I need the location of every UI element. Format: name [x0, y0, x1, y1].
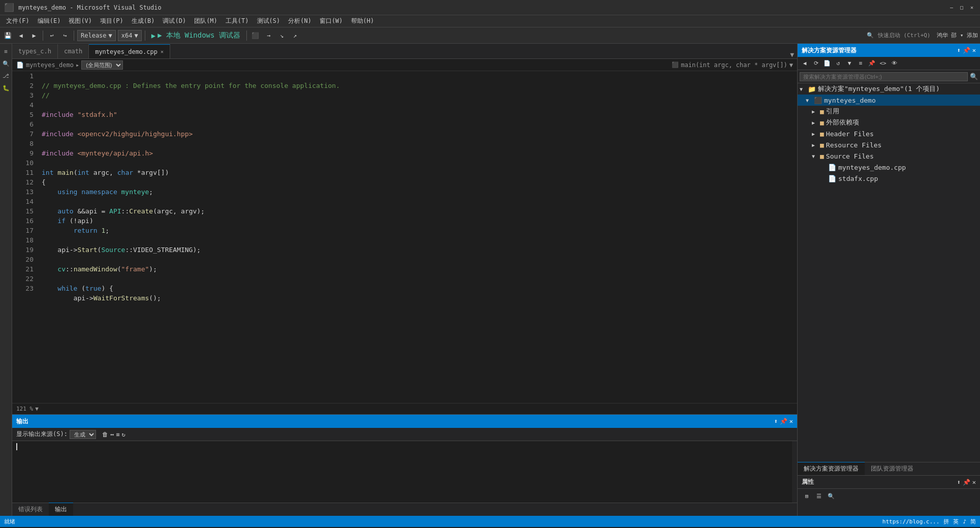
quick-launch-label[interactable]: 快速启动 (Ctrl+Q) [878, 32, 931, 39]
toolbar-forward[interactable]: ▶ [28, 30, 40, 41]
sidebar-tab-solution-explorer[interactable]: 解决方案资源管理器 [798, 462, 865, 475]
code-editor[interactable]: 1 2 3 4 5 6 7 8 9 10 11 12 13 14 15 16 1 [12, 71, 797, 403]
zoom-dropdown-icon[interactable]: ▼ [35, 406, 39, 412]
menu-view[interactable]: 视图(V) [65, 16, 96, 26]
menu-help[interactable]: 帮助(H) [347, 16, 378, 26]
menu-analyze[interactable]: 分析(N) [284, 16, 315, 26]
prop-grid-icon[interactable]: ⊞ [802, 491, 812, 501]
prop-list-icon[interactable]: ☰ [814, 491, 824, 501]
tab-cmath[interactable]: cmath [58, 44, 89, 58]
toolbar-undo[interactable]: ↩ [46, 30, 57, 41]
config-dropdown[interactable]: Release ▼ [77, 30, 116, 41]
activity-debug-icon[interactable]: 🐛 [1, 82, 12, 94]
output-wrap-icon[interactable]: ↔ [110, 431, 114, 438]
menu-window[interactable]: 窗口(W) [315, 16, 347, 26]
menu-debug[interactable]: 调试(D) [159, 16, 190, 26]
tab-scroll-right-icon[interactable]: ▼ [787, 51, 797, 58]
tree-project[interactable]: ▼ ⬛ mynteyes_demo [798, 95, 980, 106]
tree-mynteyes-cpp[interactable]: 📄 mynteyes_demo.cpp [798, 162, 980, 173]
activity-expand-icon[interactable]: ≡ [1, 46, 12, 57]
toolbar-step-into[interactable]: ↘ [276, 30, 288, 41]
sidebar-sync-btn[interactable]: ⟳ [811, 58, 821, 69]
menu-file[interactable]: 文件(F) [2, 16, 34, 26]
sidebar-code-btn[interactable]: <> [878, 58, 888, 69]
code-content[interactable]: // mynteyes_demo.cpp : Defines the entry… [38, 71, 792, 403]
toolbar-step-over[interactable]: → [263, 30, 274, 41]
sidebar-props-btn[interactable]: ≡ [856, 58, 866, 69]
mynt-file-label: mynteyes_demo.cpp [838, 164, 906, 171]
path-bar: 📄 mynteyes_demo ▸ (全局范围) ⬛ main(int argc… [12, 59, 797, 71]
run-button[interactable]: ▶ ▶ 本地 Windows 调试器 [148, 31, 243, 40]
tab-mynteyes-demo-cpp[interactable]: mynteyes_demo.cpp ✕ [89, 44, 170, 58]
properties-header-controls: ⬆ 📌 ✕ [957, 479, 976, 486]
tree-header-files[interactable]: ▶ ■ Header Files [798, 128, 980, 139]
path-sep: ▸ [76, 61, 79, 69]
output-clear-icon[interactable]: 🗑 [102, 431, 108, 438]
tree-solution-root[interactable]: ▼ 📁 解决方案"mynteyes_demo"(1 个项目) [798, 83, 980, 95]
vs-logo-icon: ⬛ [4, 3, 14, 12]
tree-external-deps[interactable]: ▶ ■ 外部依赖项 [798, 117, 980, 128]
tab-types-c-h[interactable]: types_c.h [12, 44, 58, 58]
tab-error-list[interactable]: 错误列表 [12, 503, 49, 516]
zoom-bar: 121 % ▼ [12, 403, 797, 414]
tree-source-files[interactable]: ▼ ■ Source Files [798, 150, 980, 162]
output-filter-icon[interactable]: ≡ [116, 431, 119, 438]
sidebar-back-btn[interactable]: ◀ [800, 58, 810, 69]
output-content[interactable] [12, 441, 792, 503]
menu-project[interactable]: 项目(P) [96, 16, 128, 26]
sidebar-search-input[interactable] [800, 72, 968, 81]
scope-dropdown[interactable]: (全局范围) [81, 60, 123, 70]
prop-search-icon[interactable]: 🔍 [826, 491, 836, 501]
tree-resource-files[interactable]: ▶ ■ Resource Files [798, 139, 980, 150]
properties-header: 属性 ⬆ 📌 ✕ [798, 476, 980, 489]
sidebar-view-btn[interactable]: 👁 [889, 58, 899, 69]
sidebar-float-icon[interactable]: ⬆ [957, 47, 961, 54]
sidebar-filter-btn[interactable]: ▼ [844, 58, 855, 69]
tree-stdafx-cpp[interactable]: 📄 stdafx.cpp [798, 173, 980, 184]
activity-search-icon[interactable]: 🔍 [1, 58, 12, 69]
output-source-select[interactable]: 生成 [70, 430, 96, 439]
output-dock-icon[interactable]: 📌 [780, 418, 787, 425]
editor-vscrollbar[interactable] [792, 71, 797, 403]
prop-close-icon[interactable]: ✕ [972, 479, 976, 486]
quick-launch-icon: 🔍 [865, 32, 876, 39]
tab-close-icon[interactable]: ✕ [161, 49, 164, 54]
sidebar-refresh-btn[interactable]: ↺ [833, 58, 843, 69]
ext-expand-icon: ▶ [812, 120, 818, 126]
output-vscrollbar[interactable] [792, 441, 797, 503]
toolbar-redo[interactable]: ↪ [59, 30, 71, 41]
symbol-indicator: ⬛ [672, 61, 679, 68]
prop-float-icon[interactable]: ⬆ [957, 479, 961, 486]
tab-output[interactable]: 输出 [49, 503, 73, 516]
tab-label: types_c.h [18, 48, 51, 55]
prop-dock-icon[interactable]: 📌 [963, 479, 970, 486]
sidebar-dock-icon[interactable]: 📌 [963, 47, 970, 54]
maximize-button[interactable]: □ [958, 4, 966, 12]
menu-test[interactable]: 测试(S) [253, 16, 284, 26]
output-close-icon[interactable]: ✕ [789, 418, 793, 425]
sidebar-tab-team-explorer[interactable]: 团队资源管理器 [865, 462, 920, 475]
project-expand-icon: ▼ [806, 98, 812, 103]
minimize-button[interactable]: — [947, 4, 956, 12]
toolbar-step-out[interactable]: ↗ [290, 30, 301, 41]
project-icon: ⬛ [814, 97, 822, 104]
menu-edit[interactable]: 编辑(E) [34, 16, 65, 26]
toolbar-save-all[interactable]: 💾 [2, 30, 13, 41]
mynt-file-icon: 📄 [828, 164, 836, 171]
output-float-icon[interactable]: ⬆ [774, 418, 778, 425]
toolbar-back[interactable]: ◀ [15, 30, 26, 41]
sidebar-pinned-btn[interactable]: 📌 [867, 58, 877, 69]
menu-team[interactable]: 团队(M) [190, 16, 222, 26]
status-ready: 就绪 [4, 518, 15, 525]
platform-dropdown[interactable]: x64 ▼ [118, 30, 142, 41]
sidebar-new-file-btn[interactable]: 📄 [822, 58, 832, 69]
src-icon: ■ [820, 152, 824, 160]
output-refresh-icon[interactable]: ↻ [121, 431, 125, 438]
toolbar-breakpoint[interactable]: ⬛ [250, 30, 261, 41]
close-button[interactable]: ✕ [968, 4, 976, 12]
menu-build[interactable]: 生成(B) [128, 16, 159, 26]
tree-references[interactable]: ▶ ■ 引用 [798, 106, 980, 117]
menu-tools[interactable]: 工具(T) [222, 16, 253, 26]
activity-git-icon[interactable]: ⎇ [1, 70, 12, 81]
sidebar-close-icon[interactable]: ✕ [972, 47, 976, 54]
